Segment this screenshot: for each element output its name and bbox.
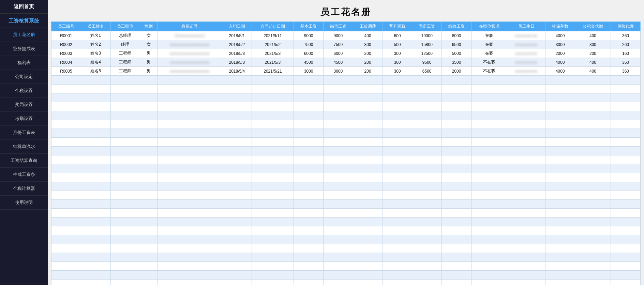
empty-cell	[323, 200, 353, 209]
empty-cell	[442, 280, 471, 285]
empty-cell	[81, 164, 110, 173]
empty-cell	[442, 173, 471, 182]
empty-cell	[507, 138, 545, 147]
empty-cell	[140, 111, 157, 120]
empty-row	[51, 85, 641, 93]
table-cell: 300	[383, 49, 412, 58]
empty-cell	[81, 262, 110, 271]
table-row[interactable]: R0003姓名3工程师男●●●●●●●●●●●●●●●●2018/5/32021…	[51, 49, 641, 58]
empty-cell	[611, 164, 641, 173]
empty-cell	[51, 138, 81, 147]
empty-cell	[51, 235, 81, 244]
empty-cell	[81, 138, 110, 147]
table-cell: 400	[575, 58, 611, 67]
table-cell: 姓名1	[81, 31, 110, 40]
table-cell: 9500	[412, 58, 442, 67]
table-cell: 女	[140, 40, 157, 49]
table-cell: 300	[575, 40, 611, 49]
empty-cell	[140, 280, 157, 285]
empty-cell	[575, 244, 611, 253]
empty-cell	[471, 235, 507, 244]
empty-cell	[51, 102, 81, 111]
empty-cell	[81, 155, 110, 164]
sidebar-item-0[interactable]: 员工花名册	[0, 28, 48, 42]
empty-row	[51, 111, 641, 120]
column-header: 在职位状况	[471, 22, 507, 31]
table-cell: 不在职	[471, 67, 507, 76]
empty-cell	[442, 93, 471, 102]
empty-cell	[157, 111, 222, 120]
empty-cell	[383, 271, 412, 280]
sidebar-item-8[interactable]: 结算单流水	[0, 140, 48, 154]
empty-cell	[507, 226, 545, 235]
empty-cell	[412, 262, 442, 271]
empty-cell	[471, 217, 507, 226]
table-row[interactable]: R0004姓名4工程师男●●●●●●●●●●●●●●●●2018/5/32021…	[51, 58, 641, 67]
empty-cell	[252, 102, 294, 111]
empty-cell	[252, 253, 294, 262]
table-cell: 姓名4	[81, 58, 110, 67]
table-cell: 3000	[323, 67, 353, 76]
empty-cell	[222, 182, 252, 191]
empty-cell	[353, 182, 383, 191]
table-cell: ●●●●●●●●●●●●●●●●	[157, 58, 222, 67]
empty-cell	[575, 102, 611, 111]
empty-cell	[471, 262, 507, 271]
sidebar-item-9[interactable]: 工资结算查询	[0, 154, 48, 168]
table-cell: 总经理	[110, 31, 140, 40]
empty-cell	[471, 76, 507, 85]
sidebar-item-2[interactable]: 福利表	[0, 56, 48, 70]
sidebar-item-5[interactable]: 奖罚设置	[0, 98, 48, 112]
empty-cell	[611, 85, 641, 93]
table-row[interactable]: R0005姓名5工程师男●●●●●●●●●●●●●●●●2018/5/42021…	[51, 67, 641, 76]
empty-cell	[222, 155, 252, 164]
empty-cell	[353, 200, 383, 209]
empty-cell	[507, 147, 545, 155]
empty-cell	[157, 173, 222, 182]
empty-cell	[507, 235, 545, 244]
empty-cell	[323, 93, 353, 102]
empty-cell	[252, 155, 294, 164]
empty-cell	[545, 217, 575, 226]
empty-cell	[51, 111, 81, 120]
empty-cell	[110, 209, 140, 217]
empty-cell	[140, 217, 157, 226]
table-cell: 4000	[545, 67, 575, 76]
empty-cell	[157, 147, 222, 155]
empty-cell	[442, 164, 471, 173]
empty-cell	[51, 85, 81, 93]
sidebar-item-3[interactable]: 公司设定	[0, 70, 48, 84]
empty-cell	[412, 120, 442, 129]
empty-cell	[545, 191, 575, 200]
empty-cell	[507, 191, 545, 200]
empty-cell	[353, 209, 383, 217]
sidebar-item-12[interactable]: 使用说明	[0, 196, 48, 210]
empty-cell	[471, 271, 507, 280]
empty-cell	[353, 147, 383, 155]
table-cell: 15800	[412, 40, 442, 49]
empty-cell	[323, 217, 353, 226]
empty-cell	[81, 173, 110, 182]
table-container[interactable]: 员工编号员工姓名员工职位性别身份证号入职日期合同起止日期基本工资岗位工资工龄调薪…	[48, 21, 644, 285]
sidebar-item-4[interactable]: 个税设置	[0, 84, 48, 98]
empty-cell	[51, 271, 81, 280]
table-row[interactable]: R0001姓名1总经理女IfI●●●●●●●●●●32018/5/12021/9…	[51, 31, 641, 40]
empty-cell	[157, 138, 222, 147]
sidebar-item-11[interactable]: 个税计算器	[0, 182, 48, 196]
empty-cell	[294, 200, 324, 209]
empty-cell	[294, 262, 324, 271]
sidebar-item-6[interactable]: 考勤设置	[0, 112, 48, 126]
sidebar-item-1[interactable]: 业务提成表	[0, 42, 48, 56]
empty-cell	[412, 85, 442, 93]
table-row[interactable]: R0002姓名2经理女●●●●●●●●●●●●●●●●2018/5/22021/…	[51, 40, 641, 49]
sidebar-item-10[interactable]: 生成工资条	[0, 168, 48, 182]
empty-cell	[611, 147, 641, 155]
home-button[interactable]: 返回首页	[0, 0, 48, 14]
empty-cell	[545, 182, 575, 191]
sidebar-item-7[interactable]: 月份工资表	[0, 126, 48, 140]
table-cell: 姓名5	[81, 67, 110, 76]
empty-cell	[110, 182, 140, 191]
empty-row	[51, 173, 641, 182]
empty-cell	[81, 182, 110, 191]
table-cell: 200	[353, 67, 383, 76]
